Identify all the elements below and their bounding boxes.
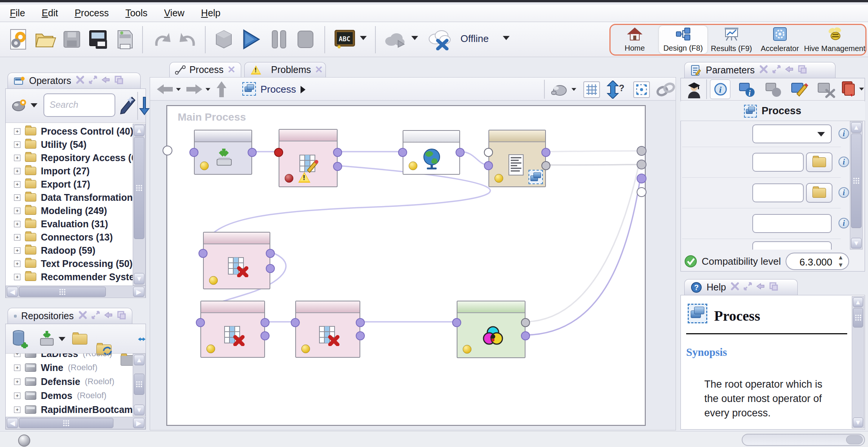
expand-icon[interactable]: + [14, 168, 20, 174]
maximize-panel-icon[interactable] [772, 65, 781, 76]
operator-set-role[interactable] [279, 129, 338, 187]
validate-process-button[interactable] [212, 27, 236, 52]
scroll-left-icon[interactable]: ◀ [7, 287, 18, 297]
parameters-panel-tab[interactable]: Parameters [684, 62, 835, 78]
open-process-button[interactable] [33, 27, 57, 52]
input-port-exa[interactable] [452, 318, 461, 327]
output-port-clu[interactable] [521, 318, 530, 327]
dock-panel-icon[interactable] [101, 75, 110, 87]
nav-up-icon[interactable] [215, 81, 228, 97]
open-repository-folder-icon[interactable] [72, 334, 87, 345]
operator-group-row[interactable]: +Radoop (59) [14, 244, 95, 257]
operator-group-row[interactable]: +Recommender System [14, 270, 133, 284]
output-port-exa[interactable] [541, 148, 550, 157]
expand-icon[interactable]: + [14, 155, 20, 161]
wizard-wand-icon[interactable] [119, 96, 136, 115]
expand-icon[interactable]: + [14, 261, 20, 267]
edit-parameters-icon[interactable] [791, 81, 809, 98]
breadcrumb-label[interactable]: Process [260, 84, 296, 95]
parameter-input[interactable] [752, 183, 804, 202]
info-mode-button-selected[interactable]: i [710, 79, 730, 99]
input-port-exa[interactable] [484, 161, 493, 170]
scroll-up-icon[interactable]: ▲ [134, 125, 144, 136]
operator-group-row[interactable]: +Repository Access (6) [14, 151, 133, 165]
dock-panel-icon[interactable] [104, 310, 113, 322]
choose-file-button[interactable] [806, 152, 832, 172]
parameter-info-icon[interactable]: i [839, 187, 849, 198]
close-tab-icon[interactable]: ✕ [227, 64, 236, 76]
scroll-up-icon[interactable]: ▲ [134, 355, 144, 365]
operator-group-row[interactable]: +Evaluation (31) [14, 217, 108, 231]
output-port-exa[interactable] [266, 249, 275, 258]
display-mode-button[interactable]: ABC [333, 27, 357, 52]
operator-group-row[interactable]: +Text Processing (50) [14, 257, 133, 270]
perspective-home[interactable]: Home [611, 26, 659, 54]
operators-panel-tab[interactable]: Operators [8, 73, 141, 88]
operator-process-docu-[interactable] [488, 130, 546, 187]
operator-select-attribu-[interactable] [295, 301, 360, 358]
spinner-up-icon[interactable]: ▲ [838, 254, 844, 261]
operators-vscroll-thumb[interactable] [134, 137, 144, 239]
status-progress-thumb[interactable] [846, 435, 863, 444]
output-port-wor[interactable] [541, 161, 550, 170]
nav-forward-caret-icon[interactable] [206, 88, 211, 91]
parameters-vscroll-thumb[interactable] [851, 133, 862, 228]
operator-group-row[interactable]: +Import (27) [14, 164, 90, 178]
nav-back-icon[interactable] [157, 83, 173, 96]
operator-select-attribu-[interactable] [200, 301, 265, 358]
operators-vscrollbar[interactable]: ▲ ▼ [133, 124, 146, 286]
choose-file-button[interactable] [806, 183, 832, 203]
expand-icon[interactable]: + [14, 208, 20, 214]
output-port-exa[interactable] [456, 148, 465, 157]
process-result-3-port[interactable] [637, 174, 646, 183]
scroll-down-icon[interactable]: ▼ [134, 405, 144, 415]
close-panel-icon[interactable] [76, 75, 85, 87]
expand-icon[interactable]: + [14, 274, 20, 280]
input-port-exa[interactable] [274, 148, 283, 157]
parameter-input[interactable] [752, 153, 804, 172]
input-port-fil[interactable] [189, 148, 198, 157]
nav-forward-icon[interactable] [186, 83, 202, 96]
compatibility-spinner[interactable]: 6.3.000 ▲ ▼ [786, 253, 849, 270]
undo-button[interactable] [150, 27, 174, 52]
show-grid-button[interactable] [583, 81, 600, 98]
redo-button[interactable] [176, 27, 200, 52]
connection-status-button[interactable] [426, 27, 454, 52]
expand-icon[interactable]: + [14, 194, 20, 201]
input-port-wor[interactable] [484, 148, 493, 157]
display-mode-caret-icon[interactable] [360, 36, 367, 40]
operator-get-pages[interactable] [403, 130, 460, 175]
expand-icon[interactable]: + [14, 393, 20, 399]
switch-repository-icon[interactable] [138, 334, 146, 345]
parameters-toolbar-caret-icon[interactable] [859, 88, 864, 91]
help-vscrollbar[interactable]: ▲ ▼ [852, 296, 864, 428]
output-port-ori[interactable] [356, 331, 365, 340]
repositories-vscrollbar[interactable]: ▲ ▼ [133, 354, 146, 416]
parameter-input-clipped[interactable] [752, 241, 832, 250]
menu-edit[interactable]: Edit [42, 8, 58, 19]
repositories-vscroll-thumb[interactable] [134, 374, 144, 395]
operators-hscrollbar[interactable]: ◀ ▶ [6, 286, 146, 298]
operator-filter-caret-icon[interactable] [31, 103, 37, 107]
repository-row[interactable]: +RapidMinerBootcamp( [14, 403, 133, 416]
fit-to-screen-button[interactable] [633, 81, 650, 98]
cloud-run-caret-icon[interactable] [411, 36, 418, 40]
expand-icon[interactable]: + [14, 407, 20, 413]
output-port-out[interactable] [248, 148, 257, 157]
print-export-button[interactable] [113, 27, 137, 52]
input-port-exa[interactable] [291, 318, 300, 327]
repository-row[interactable]: +Wine(Roelof) [14, 361, 98, 374]
operator-group-row[interactable]: +Utility (54) [14, 138, 87, 151]
repository-row[interactable]: +Defensie(Roelof) [14, 375, 114, 388]
menu-help[interactable]: Help [201, 8, 220, 19]
repositories-panel-tab[interactable]: Repositories [8, 308, 132, 324]
input-port-exa[interactable] [198, 249, 208, 258]
operator-group-row[interactable]: +Data Transformation (1 [14, 191, 133, 204]
close-panel-icon[interactable] [759, 65, 768, 76]
operator-group-row[interactable]: +Connectors (13) [14, 230, 113, 244]
operators-hscroll-thumb[interactable] [19, 287, 106, 297]
expand-icon[interactable]: + [14, 141, 20, 148]
dock-panel-icon[interactable] [785, 65, 794, 76]
save-process-as-button[interactable] [86, 27, 110, 52]
expand-icon[interactable]: + [14, 234, 20, 241]
